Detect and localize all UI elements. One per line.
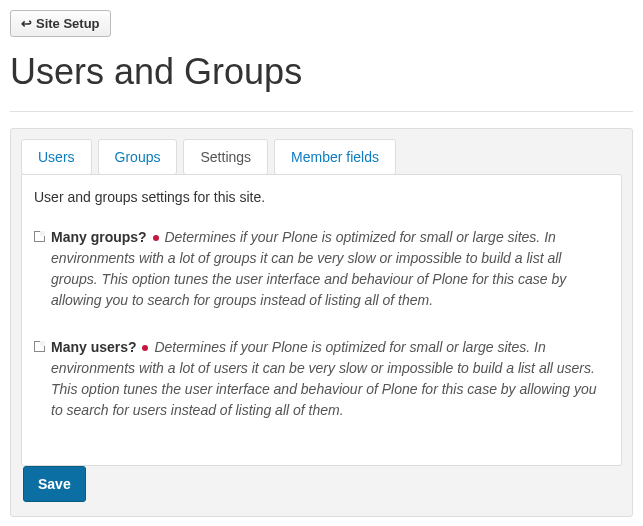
checkbox-many-users[interactable]	[34, 341, 45, 352]
page-title: Users and Groups	[10, 51, 633, 93]
tab-content: User and groups settings for this site. …	[21, 174, 622, 466]
field-many-users: Many users? Determines if your Plone is …	[34, 337, 609, 421]
required-dot-icon	[142, 345, 148, 351]
divider	[10, 111, 633, 112]
return-icon: ↩	[21, 16, 32, 31]
required-dot-icon	[153, 235, 159, 241]
field-text: Many groups? Determines if your Plone is…	[51, 227, 609, 311]
tab-groups[interactable]: Groups	[98, 139, 178, 175]
checkbox-many-groups[interactable]	[34, 231, 45, 242]
label-many-users: Many users?	[51, 339, 137, 355]
tab-bar: Users Groups Settings Member fields	[11, 129, 632, 175]
field-text: Many users? Determines if your Plone is …	[51, 337, 609, 421]
intro-text: User and groups settings for this site.	[34, 189, 609, 205]
label-many-groups: Many groups?	[51, 229, 147, 245]
site-setup-label: Site Setup	[36, 16, 100, 31]
tab-settings[interactable]: Settings	[183, 139, 268, 175]
tab-users[interactable]: Users	[21, 139, 92, 175]
field-many-groups: Many groups? Determines if your Plone is…	[34, 227, 609, 311]
site-setup-button[interactable]: ↩ Site Setup	[10, 10, 111, 37]
save-button[interactable]: Save	[23, 466, 86, 502]
settings-panel: Users Groups Settings Member fields User…	[10, 128, 633, 517]
tab-member-fields[interactable]: Member fields	[274, 139, 396, 175]
